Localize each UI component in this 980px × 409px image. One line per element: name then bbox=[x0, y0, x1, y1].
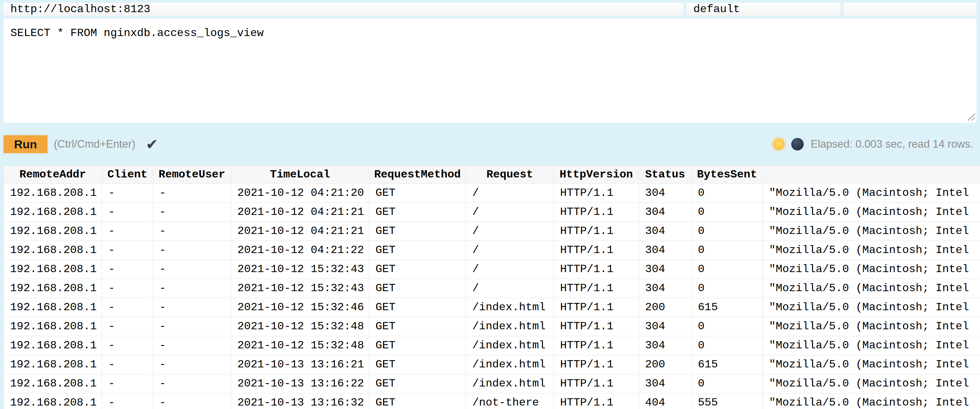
table-cell-time-local: 2021-10-12 15:32:48 bbox=[231, 336, 369, 355]
table-cell-user-agent: "Mozilla/5.0 (Macintosh; Intel bbox=[763, 222, 980, 241]
table-cell-bytes-sent: 615 bbox=[692, 355, 763, 374]
table-cell-remote-addr: 192.168.208.1 bbox=[4, 279, 102, 298]
table-row: 192.168.208.1--2021-10-12 15:32:46GET/in… bbox=[4, 298, 980, 317]
table-cell-status: 200 bbox=[639, 298, 692, 317]
table-cell-bytes-sent: 0 bbox=[692, 374, 763, 393]
table-cell-request: /index.html bbox=[466, 374, 554, 393]
table-cell-status: 200 bbox=[639, 355, 692, 374]
table-cell-time-local: 2021-10-12 04:21:21 bbox=[231, 203, 369, 222]
table-cell-user-agent: "Mozilla/5.0 (Macintosh; Intel bbox=[763, 203, 980, 222]
column-header-client: Client bbox=[102, 166, 153, 184]
query-textarea[interactable]: SELECT * FROM nginxdb.access_logs_view bbox=[3, 19, 977, 123]
success-check-icon: ✔ bbox=[146, 136, 158, 153]
table-header: RemoteAddrClientRemoteUserTimeLocalReque… bbox=[4, 166, 980, 184]
table-cell-remote-addr: 192.168.208.1 bbox=[4, 298, 102, 317]
table-cell-remote-user: - bbox=[153, 222, 231, 241]
table-cell-request-method: GET bbox=[369, 393, 466, 409]
table-cell-request-method: GET bbox=[369, 317, 466, 336]
url-input[interactable] bbox=[3, 3, 684, 16]
table-cell-request: /index.html bbox=[466, 336, 554, 355]
table-cell-remote-addr: 192.168.208.1 bbox=[4, 355, 102, 374]
table-cell-client: - bbox=[102, 298, 153, 317]
toolbar: Run (Ctrl/Cmd+Enter) ✔ Elapsed: 0.003 se… bbox=[3, 135, 977, 153]
table-cell-user-agent: "Mozilla/5.0 (Macintosh; Intel bbox=[763, 298, 980, 317]
moon-dark-theme-icon[interactable] bbox=[791, 138, 804, 151]
connection-bar bbox=[0, 0, 980, 16]
run-button[interactable]: Run bbox=[3, 135, 48, 153]
table-cell-client: - bbox=[102, 279, 153, 298]
shortcut-hint: (Ctrl/Cmd+Enter) bbox=[54, 138, 135, 151]
table-cell-http-version: HTTP/1.1 bbox=[554, 317, 639, 336]
table-cell-time-local: 2021-10-13 13:16:21 bbox=[231, 355, 369, 374]
table-cell-user-agent: "Mozilla/5.0 (Macintosh; Intel bbox=[763, 184, 980, 203]
table-cell-http-version: HTTP/1.1 bbox=[554, 260, 639, 279]
table-cell-remote-user: - bbox=[153, 336, 231, 355]
password-input[interactable] bbox=[843, 3, 977, 16]
table-cell-http-version: HTTP/1.1 bbox=[554, 374, 639, 393]
table-cell-request: / bbox=[466, 184, 554, 203]
table-cell-time-local: 2021-10-12 15:32:43 bbox=[231, 260, 369, 279]
table-cell-remote-user: - bbox=[153, 393, 231, 409]
column-header-user-agent bbox=[763, 166, 980, 184]
table-header-row: RemoteAddrClientRemoteUserTimeLocalReque… bbox=[4, 166, 980, 184]
table-cell-request: /not-there bbox=[466, 393, 554, 409]
table-cell-time-local: 2021-10-12 15:32:46 bbox=[231, 298, 369, 317]
table-cell-user-agent: "Mozilla/5.0 (Macintosh; Intel bbox=[763, 355, 980, 374]
table-cell-request-method: GET bbox=[369, 260, 466, 279]
table-cell-remote-user: - bbox=[153, 241, 231, 260]
table-cell-remote-addr: 192.168.208.1 bbox=[4, 317, 102, 336]
table-cell-bytes-sent: 615 bbox=[692, 298, 763, 317]
table-cell-http-version: HTTP/1.1 bbox=[554, 298, 639, 317]
query-stats-text: Elapsed: 0.003 sec, read 14 rows. bbox=[811, 138, 974, 151]
table-cell-client: - bbox=[102, 393, 153, 409]
table-cell-status: 304 bbox=[639, 241, 692, 260]
table-cell-client: - bbox=[102, 374, 153, 393]
table-row: 192.168.208.1--2021-10-13 13:16:32GET/no… bbox=[4, 393, 980, 409]
table-cell-request-method: GET bbox=[369, 374, 466, 393]
table-cell-bytes-sent: 0 bbox=[692, 203, 763, 222]
table-cell-status: 304 bbox=[639, 203, 692, 222]
table-cell-user-agent: "Mozilla/5.0 (Macintosh; Intel bbox=[763, 317, 980, 336]
table-cell-time-local: 2021-10-12 15:32:43 bbox=[231, 279, 369, 298]
table-cell-http-version: HTTP/1.1 bbox=[554, 336, 639, 355]
table-cell-user-agent: "Mozilla/5.0 (Macintosh; Intel bbox=[763, 393, 980, 409]
table-cell-request: /index.html bbox=[466, 355, 554, 374]
column-header-remote-user: RemoteUser bbox=[153, 166, 231, 184]
table-cell-user-agent: "Mozilla/5.0 (Macintosh; Intel bbox=[763, 260, 980, 279]
table-body: 192.168.208.1--2021-10-12 04:21:20GET/HT… bbox=[4, 184, 980, 409]
table-cell-status: 404 bbox=[639, 393, 692, 409]
table-cell-http-version: HTTP/1.1 bbox=[554, 222, 639, 241]
table-cell-http-version: HTTP/1.1 bbox=[554, 279, 639, 298]
table-cell-client: - bbox=[102, 336, 153, 355]
table-cell-remote-addr: 192.168.208.1 bbox=[4, 222, 102, 241]
table-cell-http-version: HTTP/1.1 bbox=[554, 241, 639, 260]
table-cell-time-local: 2021-10-12 04:21:22 bbox=[231, 241, 369, 260]
table-cell-remote-addr: 192.168.208.1 bbox=[4, 260, 102, 279]
query-editor: SELECT * FROM nginxdb.access_logs_view bbox=[3, 19, 977, 123]
table-cell-request-method: GET bbox=[369, 279, 466, 298]
column-header-http-version: HttpVersion bbox=[554, 166, 639, 184]
table-row: 192.168.208.1--2021-10-12 04:21:22GET/HT… bbox=[4, 241, 980, 260]
table-cell-request: /index.html bbox=[466, 298, 554, 317]
table-cell-http-version: HTTP/1.1 bbox=[554, 393, 639, 409]
table-cell-remote-user: - bbox=[153, 355, 231, 374]
table-cell-status: 304 bbox=[639, 374, 692, 393]
table-cell-status: 304 bbox=[639, 279, 692, 298]
table-cell-time-local: 2021-10-13 13:16:32 bbox=[231, 393, 369, 409]
table-cell-remote-user: - bbox=[153, 279, 231, 298]
table-row: 192.168.208.1--2021-10-12 04:21:21GET/HT… bbox=[4, 222, 980, 241]
clickhouse-play-app: SELECT * FROM nginxdb.access_logs_view R… bbox=[0, 0, 980, 409]
user-input[interactable] bbox=[686, 3, 840, 16]
column-header-request-method: RequestMethod bbox=[369, 166, 466, 184]
column-header-remote-addr: RemoteAddr bbox=[4, 166, 102, 184]
table-cell-http-version: HTTP/1.1 bbox=[554, 184, 639, 203]
sun-light-theme-icon[interactable] bbox=[773, 139, 784, 150]
table-cell-time-local: 2021-10-13 13:16:22 bbox=[231, 374, 369, 393]
column-header-time-local: TimeLocal bbox=[231, 166, 369, 184]
table-cell-bytes-sent: 0 bbox=[692, 336, 763, 355]
table-cell-bytes-sent: 0 bbox=[692, 279, 763, 298]
table-cell-time-local: 2021-10-12 15:32:48 bbox=[231, 317, 369, 336]
table-cell-request: / bbox=[466, 222, 554, 241]
column-header-request: Request bbox=[466, 166, 554, 184]
table-cell-bytes-sent: 0 bbox=[692, 184, 763, 203]
